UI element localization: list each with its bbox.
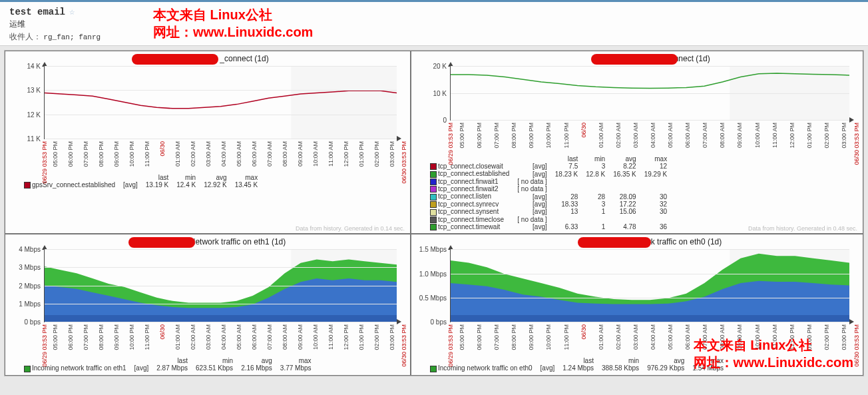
xtick: 06:00 AM <box>684 324 691 350</box>
xtick: 04:00 AM <box>220 324 227 350</box>
xtick: 07:00 AM <box>266 324 273 350</box>
ytick: 10 K <box>417 89 447 97</box>
legend-last: 18.23 K <box>551 170 582 177</box>
legend-c1: lastminavgmaxgpsSrv_connect.established[… <box>20 174 262 189</box>
legend-row: tcp_connect.closewait[avg]7.538.2212 <box>426 163 671 170</box>
legend-max: 36 <box>640 223 671 230</box>
ytick: 20 K <box>417 63 447 70</box>
legend-swatch <box>430 366 437 372</box>
xtick: 06:00 AM <box>251 324 258 350</box>
chart-title-c1: _connect (1d) <box>5 54 410 65</box>
xtick: 06/30 <box>580 324 587 340</box>
time-range-end: 06/30 03:53 PM <box>853 123 860 165</box>
legend-avg <box>609 185 640 193</box>
chart-title-c3: Network traffic on eth1 (1d) <box>5 237 410 248</box>
xtick: 07:00 PM <box>493 123 500 149</box>
xtick: 05:00 PM <box>459 123 465 149</box>
legend-last: 6.33 <box>551 223 582 230</box>
redaction-mark <box>132 54 218 65</box>
xtick: 06:00 AM <box>251 141 258 167</box>
time-range-end: 06/30 03:53 PM <box>401 141 407 184</box>
legend-last <box>551 216 582 223</box>
legend-agg: [avg] <box>513 170 550 177</box>
redaction-mark <box>591 54 678 65</box>
time-range-start: 06/29 03:53 PM <box>447 324 454 367</box>
legend-swatch <box>430 186 437 193</box>
legend-row: tcp_connect.finwait1[ no data ] <box>426 178 671 185</box>
legend-min: 12.8 K <box>582 170 609 177</box>
xtick: 06/30 <box>159 324 166 340</box>
legend-swatch <box>430 224 437 230</box>
xtick: 03:00 AM <box>632 324 639 350</box>
legend-avg <box>609 178 640 185</box>
xtick: 03:00 AM <box>205 141 212 167</box>
legend-row: gpsSrv_connect.established[avg]13.19 K12… <box>20 181 262 189</box>
legend-min: 3 <box>582 163 609 170</box>
chart-panel-c1: _connect (1d) 11 K12 K13 K14 K 06/29 03:… <box>5 51 411 234</box>
xtick: 09:00 PM <box>528 324 535 350</box>
xtick: 11:00 PM <box>144 141 150 167</box>
legend-min: 388.58 Kbps <box>598 364 643 372</box>
ytick: 0.5 Mbps <box>417 294 447 301</box>
legend-min: 3 <box>582 200 609 208</box>
legend-series-name: tcp_connect.established <box>438 170 509 177</box>
xtick: 11:00 AM <box>327 141 334 167</box>
xtick: 05:00 AM <box>236 324 242 350</box>
xtick: 12:00 PM <box>343 324 349 350</box>
legend-series-name: tcp_connect.timeclose <box>438 216 504 223</box>
xtick: 06:00 AM <box>684 123 691 148</box>
xtick: 06/30 <box>159 141 166 157</box>
xtick: 01:00 AM <box>174 324 181 350</box>
xtick: 07:00 PM <box>83 324 89 350</box>
xtick: 05:00 PM <box>52 324 59 350</box>
xtick: 06/30 <box>580 123 587 138</box>
legend-min <box>582 216 609 223</box>
xtick: 07:00 PM <box>83 141 89 167</box>
legend-avg: 976.29 Kbps <box>643 364 688 372</box>
legend-last: 18.33 <box>551 200 582 208</box>
legend-row: tcp_connect.timeclose[ no data ] <box>426 216 671 223</box>
legend-row: tcp_connect.listen[avg]282828.0930 <box>426 193 671 200</box>
xtick: 12:00 PM <box>789 123 795 149</box>
xtick: 03:00 PM <box>841 324 847 350</box>
legend-row: Incoming network traffic on eth1[avg]2.8… <box>20 364 316 372</box>
legend-swatch <box>24 182 31 189</box>
xtick: 10:00 AM <box>312 324 319 350</box>
ytick: 2 Mbps <box>11 282 41 289</box>
xtick: 07:00 AM <box>702 324 708 350</box>
legend-agg: [avg] <box>119 181 142 189</box>
recipients-label: 收件人： <box>9 32 41 41</box>
chart-panel-c3: Network traffic on eth1 (1d) 0 bps1 Mbps… <box>5 234 411 375</box>
xtick: 03:00 PM <box>841 123 847 149</box>
legend-row: tcp_connect.established[avg]18.23 K12.8 … <box>426 170 671 177</box>
star-icon[interactable]: ☆ <box>69 6 75 17</box>
xtick: 06:00 PM <box>67 141 74 167</box>
legend-series-name: tcp_connect.timewait <box>438 223 500 230</box>
email-subject: test email <box>9 7 65 17</box>
plot-area-c3: 0 bps1 Mbps2 Mbps3 Mbps4 Mbps <box>44 249 397 322</box>
xtick: 02:00 AM <box>615 324 622 350</box>
xtick: 08:00 PM <box>511 123 517 149</box>
xtick: 08:00 AM <box>282 324 288 350</box>
xtick: 07:00 AM <box>266 141 273 167</box>
time-range-start: 06/29 03:53 PM <box>41 141 48 184</box>
xtick: 03:00 AM <box>632 123 639 148</box>
legend-swatch <box>430 194 437 200</box>
xtick: 04:00 AM <box>650 123 656 148</box>
ytick: 0 bps <box>417 318 447 326</box>
plot-area-c2: 010 K20 K <box>450 66 849 121</box>
legend-max: 30 <box>640 208 671 215</box>
legend-min: 12.4 K <box>172 181 200 189</box>
xtick: 03:00 AM <box>205 324 212 350</box>
legend-avg: 17.22 <box>609 200 640 208</box>
xtick: 07:00 PM <box>493 324 500 350</box>
ytick: 1.5 Mbps <box>417 246 447 253</box>
xtick: 02:00 PM <box>823 123 830 149</box>
ytick: 1 Mbps <box>11 300 41 307</box>
svg-rect-5 <box>451 315 849 322</box>
legend-agg: [ no data ] <box>513 216 550 223</box>
legend-min <box>582 185 609 193</box>
xtick: 09:00 PM <box>113 141 120 167</box>
legend-agg: [avg] <box>513 200 550 208</box>
legend-avg: 2.16 Mbps <box>237 364 276 372</box>
